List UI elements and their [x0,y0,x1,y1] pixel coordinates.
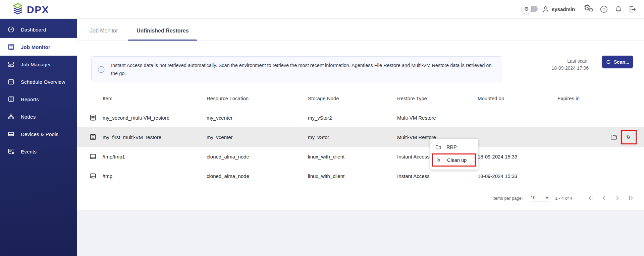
sidebar-item-devices-pools[interactable]: Devices & Pools [0,125,77,143]
cell-item: my_second_multi-VM_restore [103,115,169,121]
events-list-bell-icon [7,148,15,155]
cell-item: /tmp/tmp1 [103,154,125,159]
job-manager-stack-icon [7,61,15,68]
dashboard-gauge-icon [7,26,15,33]
items-per-page-select[interactable]: 10 [531,195,549,201]
multi-vm-list-icon [89,114,97,123]
tab-job-monitor[interactable]: Job Monitor [90,28,118,34]
folder-icon [435,144,442,150]
instant-access-drive-icon [89,153,97,162]
dpx-logo: DPX [11,3,49,17]
sidebar-item-dashboard[interactable]: Dashboard [0,21,77,38]
tab-unfinished-restores[interactable]: Unfinished Restores [137,28,189,34]
sidebar-item-label: Nodes [21,114,36,120]
context-menu-item-clean-up[interactable]: Clean up [432,153,476,167]
info-icon [97,65,105,75]
last-scan-label: Last scan: [523,58,589,65]
sidebar-item-schedule-overview[interactable]: Schedule Overview [0,73,77,90]
app-window: DPX ⚙ sysadmin ⚙ ⚙ ? [0,0,644,256]
job-monitor-list-icon [7,43,15,51]
items-per-page-label: Items per page: [492,196,523,201]
cell-storage-node: linux_with_client [308,154,344,159]
refresh-icon [606,59,611,65]
cell-storage-node: my_vStor [308,134,329,140]
chevron-down-icon [545,197,549,199]
cell-mounted-on: 18-09-2024 15:33 [478,173,517,179]
context-menu-label: RRP [446,144,457,150]
last-scan-block: Last scan: 18-09-2024 17:06 [523,58,589,72]
column-header-restore-type: Restore Type [397,95,427,101]
tabbar-divider [77,41,644,41]
sidebar-item-nodes[interactable]: Nodes [0,108,77,125]
column-header-resource-location: Resource Location [207,95,249,101]
cleanup-broom-icon[interactable] [625,133,633,141]
table-row[interactable]: my_first_multi-VM_restore my_vcenter my_… [77,127,644,147]
scan-button[interactable]: Scan... [602,56,633,68]
info-banner-text: Instant Access data is not retrieved aut… [111,61,496,77]
topbar: DPX ⚙ sysadmin ⚙ ⚙ ? [0,0,644,19]
username-label: sysadmin [552,0,575,18]
pagination-bar: Items per page: 10 1 - 4 of 4 [77,186,644,210]
sidebar-item-job-manager[interactable]: Job Manager [0,56,77,73]
help-icon[interactable]: ? [598,0,609,18]
settings-toggle[interactable]: ⚙ [524,6,538,12]
sidebar-item-label: Schedule Overview [21,79,65,85]
sidebar-item-label: Reports [21,97,39,102]
previous-page-button[interactable] [600,194,608,202]
table-row[interactable]: my_second_multi-VM_restore my_vcenter my… [77,108,644,128]
first-page-button[interactable] [586,194,595,202]
multi-vm-list-icon [89,133,97,142]
table-header: Item Resource Location Storage Node Rest… [77,89,644,108]
reports-newspaper-icon [7,95,15,103]
cell-storage-node: linux_with_client [308,173,344,179]
cell-restore-type: Instant Access [397,154,430,159]
table-row[interactable]: /tmp cloned_alma_node linux_with_client … [77,166,644,186]
notifications-bell-icon[interactable] [613,0,624,18]
cell-resource-location: cloned_alma_node [207,173,249,179]
column-header-mounted-on: Mounted on [478,95,504,101]
last-scan-time: 18-09-2024 17:06 [523,65,589,72]
cell-resource-location: my_vcenter [207,115,233,121]
cell-restore-type: Multi-VM Restore [397,115,436,121]
sidebar-item-label: Job Monitor [21,44,50,50]
dpx-layers-icon [11,3,24,17]
table-row[interactable]: /tmp/tmp1 cloned_alma_node linux_with_cl… [77,147,644,167]
broom-icon [436,157,442,164]
sidebar-item-label: Job Manager [21,62,51,67]
column-header-storage-node: Storage Node [308,95,339,101]
context-menu-label: Clean up [447,157,467,163]
column-header-item: Item [103,95,112,101]
nodes-hierarchy-icon [7,113,15,120]
cell-item: my_first_multi-VM_restore [103,134,161,140]
devices-drive-icon [7,130,15,138]
calendar-icon [7,78,15,85]
sidebar-item-label: Devices & Pools [21,131,58,137]
rrp-folder-icon[interactable] [610,133,618,141]
pagination-range-label: 1 - 4 of 4 [555,196,572,201]
sidebar-item-reports[interactable]: Reports [0,90,77,108]
sidebar: Dashboard Job Monitor Job Manager [0,18,77,256]
svg-text:?: ? [602,7,605,12]
cell-resource-location: my_vcenter [207,134,233,140]
last-page-button[interactable] [627,194,635,202]
sidebar-item-events[interactable]: Events [0,143,77,160]
column-header-expires-in: Expires in [557,95,580,101]
sidebar-item-label: Events [21,149,37,154]
context-menu: RRP Clean up [430,139,478,170]
scan-button-label: Scan... [614,59,630,65]
context-menu-item-rrp[interactable]: RRP [432,141,475,153]
sidebar-item-job-monitor[interactable]: Job Monitor [0,38,77,56]
next-page-button[interactable] [613,194,622,202]
cell-resource-location: cloned_alma_node [207,154,249,159]
gear-toggle-icon: ⚙ [522,4,531,14]
cell-item: /tmp [103,173,112,179]
cell-mounted-on: 18-09-2024 15:33 [478,154,517,159]
admin-gears-icon[interactable]: ⚙ ⚙ [583,0,596,18]
logout-icon[interactable] [627,0,638,18]
items-per-page-value: 10 [531,195,535,200]
user-icon[interactable] [541,0,551,18]
cell-restore-type: Instant Access [397,173,430,179]
cleanup-highlight-box [621,130,637,144]
info-banner: Instant Access data is not retrieved aut… [91,56,502,81]
logo-text: DPX [27,4,49,15]
